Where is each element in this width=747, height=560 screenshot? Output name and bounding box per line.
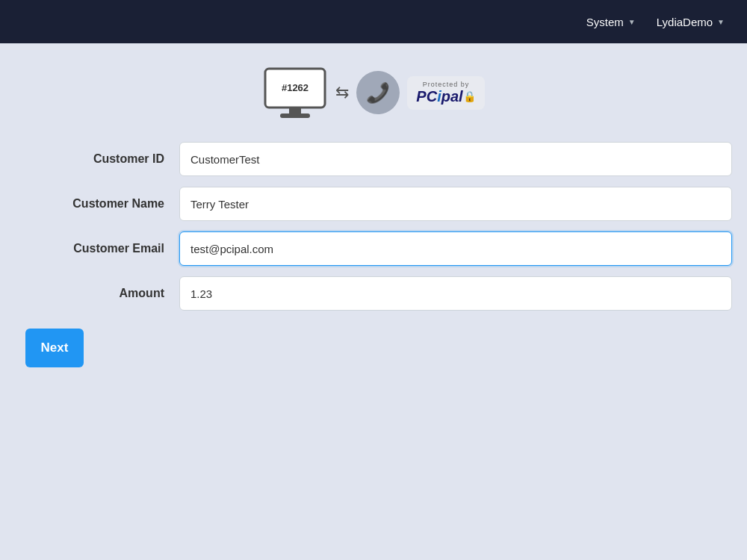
system-label: System [586, 16, 624, 28]
user-chevron-icon: ▼ [717, 18, 725, 26]
next-button[interactable]: Next [25, 329, 84, 367]
customer-id-input[interactable] [179, 142, 732, 176]
monitor-icon: #1262 [262, 66, 328, 119]
header-icons: #1262 ⇆ 📞 Protected by PCipal 🔒 [15, 66, 732, 119]
main-content: #1262 ⇆ 📞 Protected by PCipal 🔒 Customer… [0, 43, 747, 382]
svg-text:#1262: #1262 [282, 82, 309, 93]
amount-input[interactable] [179, 276, 732, 311]
protected-by-text: Protected by [423, 81, 470, 88]
pcipal-text: PCipal [416, 88, 462, 105]
customer-id-row: Customer ID [15, 142, 732, 176]
customer-email-input[interactable] [179, 231, 732, 266]
customer-email-label: Customer Email [15, 242, 179, 255]
customer-email-row: Customer Email [15, 231, 732, 266]
svg-rect-1 [289, 108, 301, 114]
pcipal-badge: Protected by PCipal 🔒 [407, 76, 484, 110]
pcipal-logo: PCipal 🔒 [416, 88, 475, 105]
customer-id-label: Customer ID [15, 152, 179, 166]
lock-icon: 🔒 [463, 90, 476, 102]
navbar: System ▼ LydiaDemo ▼ [0, 0, 747, 43]
phone-icon: 📞 [356, 71, 400, 114]
phone-symbol: 📞 [366, 81, 390, 105]
system-menu[interactable]: System ▼ [579, 11, 643, 33]
svg-rect-2 [280, 113, 310, 118]
customer-name-label: Customer Name [15, 197, 179, 211]
form-container: Customer ID Customer Name Customer Email… [15, 142, 732, 321]
monitor-display: #1262 [262, 66, 328, 119]
connector-icon: ⇆ [335, 83, 349, 102]
user-label: LydiaDemo [657, 16, 713, 28]
user-menu[interactable]: LydiaDemo ▼ [649, 11, 732, 33]
amount-row: Amount [15, 276, 732, 311]
customer-name-row: Customer Name [15, 187, 732, 221]
amount-label: Amount [15, 287, 179, 300]
system-chevron-icon: ▼ [628, 18, 636, 26]
customer-name-input[interactable] [179, 187, 732, 221]
